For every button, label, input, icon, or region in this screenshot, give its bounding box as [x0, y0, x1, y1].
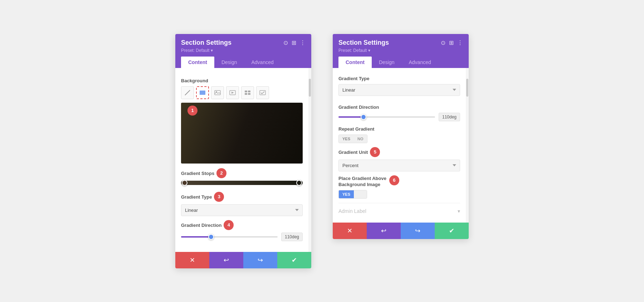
- bg-icon-color[interactable]: [196, 86, 209, 99]
- left-footer: ✕ ↩ ↪ ✔: [175, 252, 311, 268]
- left-icon-more[interactable]: ⋮: [300, 39, 306, 46]
- right-icon-more[interactable]: ⋮: [457, 39, 463, 46]
- left-cancel-button[interactable]: ✕: [175, 252, 209, 268]
- right-panel-title: Section Settings: [338, 39, 389, 47]
- gradient-stops-header: Gradient Stops 2: [181, 169, 303, 179]
- right-place-gradient-header: Place Gradient Above Background Image 6: [338, 176, 460, 187]
- right-gradient-unit-select[interactable]: Percent Pixels: [338, 160, 460, 171]
- left-icon-layout[interactable]: ⊞: [292, 39, 296, 46]
- right-repeat-no[interactable]: NO: [354, 135, 367, 143]
- right-title-row: Section Settings ⊙ ⊞ ⋮: [338, 39, 463, 47]
- left-scrollbar[interactable]: [308, 68, 311, 252]
- right-repeat-yes[interactable]: YES: [339, 135, 354, 143]
- bg-icon-video[interactable]: [226, 86, 239, 99]
- gradient-stops-track[interactable]: [181, 181, 303, 185]
- right-gradient-direction-label: Gradient Direction: [338, 104, 460, 110]
- left-header-icons: ⊙ ⊞ ⋮: [283, 39, 306, 46]
- svg-rect-8: [245, 93, 247, 95]
- right-redo-button[interactable]: ↪: [401, 223, 435, 239]
- left-title-row: Section Settings ⊙ ⊞ ⋮: [181, 39, 306, 47]
- right-header-icons: ⊙ ⊞ ⋮: [441, 39, 463, 46]
- background-label: Background: [181, 78, 303, 83]
- bg-icon-row: [181, 86, 303, 99]
- bg-icon-image[interactable]: [211, 86, 224, 99]
- right-tab-design[interactable]: Design: [372, 57, 402, 68]
- chevron-down-icon: ▾: [458, 208, 460, 214]
- left-tabs: Content Design Advanced: [181, 57, 306, 68]
- direction-slider-thumb[interactable]: [208, 234, 214, 240]
- right-gradient-unit-label: Gradient Unit: [338, 150, 368, 155]
- gradient-preview-container: 1: [181, 103, 303, 164]
- right-scrollbar-thumb[interactable]: [466, 79, 468, 97]
- right-undo-button[interactable]: ↩: [367, 223, 401, 239]
- gradient-type-select[interactable]: Linear Radial: [181, 204, 303, 216]
- right-panel-header: Section Settings ⊙ ⊞ ⋮ Preset: Default ▾…: [333, 34, 469, 68]
- left-redo-button[interactable]: ↪: [243, 252, 277, 268]
- badge-6: 6: [389, 175, 399, 185]
- right-place-gradient-label2: Background Image: [338, 182, 386, 187]
- gradient-direction-header: Gradient Direction 4: [181, 220, 303, 230]
- left-body-wrapper: Background: [175, 68, 311, 252]
- right-place-toggle-row: YES: [338, 190, 460, 199]
- right-icon-focus[interactable]: ⊙: [441, 39, 445, 46]
- right-body-wrapper: Gradient Type Linear Radial Gradient Dir…: [333, 68, 469, 223]
- gradient-preview: [181, 103, 303, 164]
- right-panel: Section Settings ⊙ ⊞ ⋮ Preset: Default ▾…: [333, 34, 469, 239]
- admin-label-text: Admin Label: [338, 208, 366, 214]
- right-gradient-type-select[interactable]: Linear Radial: [338, 84, 460, 96]
- right-gradient-unit-header: Gradient Unit 5: [338, 147, 460, 157]
- right-direction-slider-track[interactable]: [338, 116, 435, 118]
- right-cancel-button[interactable]: ✕: [333, 223, 367, 239]
- svg-rect-1: [200, 91, 205, 95]
- bg-icon-check[interactable]: [256, 86, 269, 99]
- left-tab-content[interactable]: Content: [181, 57, 214, 68]
- left-preset[interactable]: Preset: Default ▾: [181, 48, 306, 53]
- left-scrollbar-thumb[interactable]: [309, 79, 311, 97]
- right-place-no[interactable]: [354, 190, 367, 198]
- badge-4: 4: [224, 220, 234, 230]
- bg-icon-none[interactable]: [181, 86, 194, 99]
- gradient-type-header: Gradient Type 3: [181, 192, 303, 202]
- left-icon-focus[interactable]: ⊙: [283, 39, 288, 46]
- stop-handle-right[interactable]: [296, 180, 302, 186]
- right-repeat-toggle-row: YES NO: [338, 135, 460, 143]
- direction-slider-row: 110deg: [181, 233, 303, 241]
- right-preset[interactable]: Preset: Default ▾: [338, 48, 463, 53]
- direction-value: 110deg: [281, 233, 303, 241]
- gradient-stops-label: Gradient Stops: [181, 171, 214, 176]
- left-save-button[interactable]: ✔: [277, 252, 311, 268]
- right-repeat-toggle[interactable]: YES NO: [338, 135, 367, 143]
- right-tab-advanced[interactable]: Advanced: [401, 57, 438, 68]
- badge-1: 1: [187, 106, 197, 116]
- svg-rect-9: [248, 93, 250, 95]
- left-tab-design[interactable]: Design: [214, 57, 244, 68]
- right-tabs: Content Design Advanced: [338, 57, 463, 68]
- left-tab-advanced[interactable]: Advanced: [244, 57, 280, 68]
- right-direction-slider-thumb[interactable]: [361, 114, 366, 120]
- right-direction-slider-fill: [338, 116, 363, 118]
- badge-2: 2: [216, 168, 226, 178]
- direction-slider-track[interactable]: [181, 236, 278, 238]
- right-direction-slider-row: 110deg: [338, 113, 460, 121]
- bg-icon-pattern[interactable]: [241, 86, 254, 99]
- right-gradient-type-label: Gradient Type: [338, 76, 460, 81]
- gradient-stops-track-wrapper: [181, 181, 303, 185]
- right-direction-value: 110deg: [439, 113, 460, 121]
- right-scrollbar[interactable]: [466, 68, 469, 223]
- right-place-gradient-label-group: Place Gradient Above Background Image: [338, 176, 386, 187]
- stop-handle-left[interactable]: [182, 180, 187, 186]
- right-footer: ✕ ↩ ↪ ✔: [333, 223, 469, 239]
- right-repeat-gradient-label: Repeat Gradient: [338, 126, 460, 132]
- right-place-yes[interactable]: YES: [339, 190, 354, 198]
- right-place-gradient-label1: Place Gradient Above: [338, 176, 386, 181]
- svg-rect-7: [248, 91, 250, 92]
- admin-label-row[interactable]: Admin Label ▾: [338, 203, 460, 217]
- right-place-toggle[interactable]: YES: [338, 190, 367, 199]
- right-icon-layout[interactable]: ⊞: [449, 39, 454, 46]
- page-container: Section Settings ⊙ ⊞ ⋮ Preset: Default ▾…: [168, 27, 476, 276]
- right-save-button[interactable]: ✔: [435, 223, 469, 239]
- svg-line-0: [185, 90, 190, 95]
- left-panel-title: Section Settings: [181, 39, 231, 47]
- right-tab-content[interactable]: Content: [338, 57, 372, 68]
- left-undo-button[interactable]: ↩: [209, 252, 243, 268]
